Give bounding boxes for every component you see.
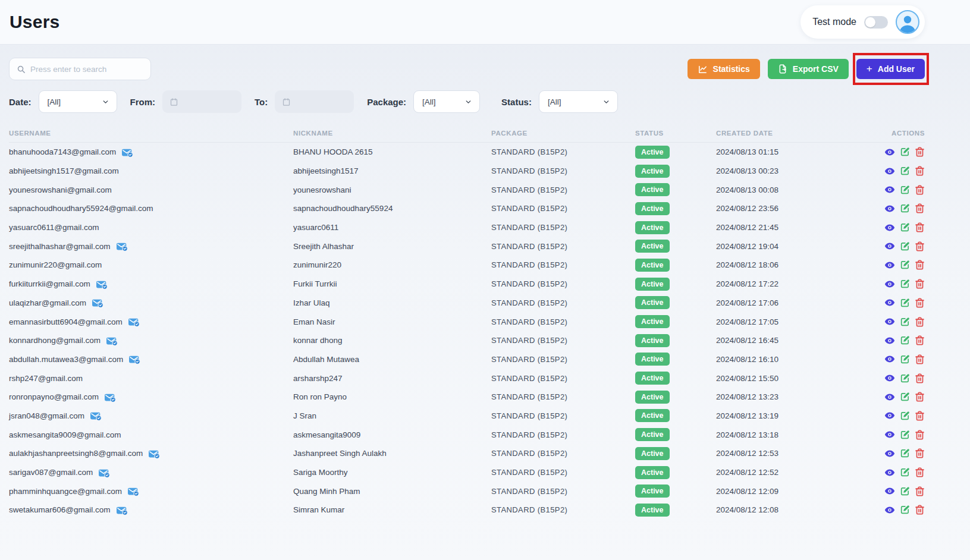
- status-badge: Active: [635, 334, 670, 347]
- delete-user-button[interactable]: [915, 486, 925, 496]
- view-user-button[interactable]: [884, 335, 895, 346]
- delete-user-button[interactable]: [915, 279, 925, 289]
- edit-user-button[interactable]: [900, 467, 910, 477]
- email-verified-icon: [92, 298, 103, 308]
- created-date-text: 2024/08/12 15:50: [716, 374, 856, 383]
- edit-user-button[interactable]: [900, 448, 910, 458]
- delete-user-button[interactable]: [915, 411, 925, 421]
- test-mode-toggle[interactable]: [864, 16, 888, 29]
- delete-user-button[interactable]: [915, 467, 925, 477]
- edit-user-button[interactable]: [900, 411, 910, 421]
- view-user-button[interactable]: [884, 147, 895, 158]
- table-row: abhijeetsingh1517@gmail.com abhijeetsing…: [9, 162, 925, 181]
- edit-user-button[interactable]: [900, 260, 910, 270]
- delete-user-button[interactable]: [915, 166, 925, 176]
- edit-user-button[interactable]: [900, 279, 910, 289]
- add-user-button[interactable]: + Add User: [856, 59, 925, 79]
- status-filter-select[interactable]: [All]: [539, 90, 618, 113]
- view-user-button[interactable]: [884, 429, 895, 440]
- username-text: younesrowshani@gmail.com: [9, 185, 112, 194]
- username-text: abdullah.mutawea3@gmail.com: [9, 355, 123, 364]
- delete-user-button[interactable]: [915, 505, 925, 515]
- created-date-text: 2024/08/13 00:23: [716, 166, 856, 175]
- delete-user-button[interactable]: [915, 354, 925, 364]
- table-row: ulaqizhar@gmail.com Izhar Ulaq STANDARD …: [9, 294, 925, 313]
- search-input[interactable]: [30, 65, 145, 74]
- status-badge: Active: [635, 447, 670, 460]
- view-user-button[interactable]: [884, 166, 895, 177]
- view-user-button[interactable]: [884, 184, 895, 195]
- view-user-button[interactable]: [884, 410, 895, 421]
- account-pill: Test mode: [801, 5, 925, 39]
- from-date-input[interactable]: [162, 90, 241, 113]
- delete-user-button[interactable]: [915, 260, 925, 270]
- edit-user-button[interactable]: [900, 430, 910, 440]
- view-user-button[interactable]: [884, 203, 895, 214]
- view-user-button[interactable]: [884, 354, 895, 364]
- nickname-text: konnar dhong: [293, 336, 491, 345]
- created-date-text: 2024/08/12 21:45: [716, 223, 856, 232]
- edit-user-button[interactable]: [900, 317, 910, 327]
- view-user-button[interactable]: [884, 448, 895, 459]
- edit-user-button[interactable]: [900, 486, 910, 496]
- username-text: sreejithalhashar@gmail.com: [9, 242, 111, 251]
- export-csv-button[interactable]: Export CSV: [768, 59, 849, 79]
- nickname-text: Ron ron Payno: [293, 392, 491, 401]
- date-filter-select[interactable]: [All]: [39, 90, 117, 113]
- view-user-button[interactable]: [884, 279, 895, 290]
- view-user-button[interactable]: [884, 222, 895, 233]
- view-user-button[interactable]: [884, 505, 895, 515]
- search-box[interactable]: [9, 58, 151, 80]
- edit-user-button[interactable]: [900, 166, 910, 176]
- edit-user-button[interactable]: [900, 373, 910, 383]
- package-filter-select[interactable]: [All]: [413, 90, 480, 113]
- edit-user-button[interactable]: [900, 222, 910, 232]
- email-verified-icon: [149, 449, 160, 459]
- delete-user-button[interactable]: [915, 298, 925, 308]
- delete-user-button[interactable]: [915, 317, 925, 327]
- avatar[interactable]: [896, 10, 919, 34]
- delete-user-button[interactable]: [915, 335, 925, 345]
- view-user-button[interactable]: [884, 373, 895, 383]
- status-badge: Active: [635, 146, 670, 159]
- table-header-row: USERNAME NICKNAME PACKAGE STATUS CREATED…: [9, 130, 925, 143]
- delete-user-button[interactable]: [915, 147, 925, 157]
- status-badge: Active: [635, 183, 670, 196]
- delete-user-button[interactable]: [915, 392, 925, 402]
- edit-user-button[interactable]: [900, 505, 910, 515]
- edit-user-button[interactable]: [900, 241, 910, 251]
- status-badge: Active: [635, 221, 670, 234]
- edit-user-button[interactable]: [900, 147, 910, 157]
- delete-user-button[interactable]: [915, 430, 925, 440]
- edit-user-button[interactable]: [900, 354, 910, 364]
- delete-user-button[interactable]: [915, 185, 925, 195]
- created-date-text: 2024/08/12 13:19: [716, 411, 856, 420]
- delete-user-button[interactable]: [915, 373, 925, 383]
- created-date-text: 2024/08/12 13:18: [716, 430, 856, 439]
- delete-user-button[interactable]: [915, 448, 925, 458]
- nickname-text: Quang Minh Pham: [293, 487, 491, 496]
- delete-user-button[interactable]: [915, 203, 925, 213]
- delete-user-button[interactable]: [915, 241, 925, 251]
- nickname-text: arsharshp247: [293, 374, 491, 383]
- view-user-button[interactable]: [884, 260, 895, 270]
- package-text: STANDARD (B15P2): [491, 223, 635, 232]
- view-user-button[interactable]: [884, 316, 895, 327]
- view-user-button[interactable]: [884, 486, 895, 496]
- view-user-button[interactable]: [884, 297, 895, 308]
- to-date-input[interactable]: [275, 90, 354, 113]
- edit-user-button[interactable]: [900, 185, 910, 195]
- delete-user-button[interactable]: [915, 222, 925, 232]
- created-date-text: 2024/08/12 17:06: [716, 298, 856, 307]
- package-text: STANDARD (B15P2): [491, 449, 635, 458]
- edit-user-button[interactable]: [900, 203, 910, 213]
- statistics-button[interactable]: Statistics: [688, 59, 760, 79]
- status-badge: Active: [635, 278, 670, 291]
- view-user-button[interactable]: [884, 392, 895, 402]
- view-user-button[interactable]: [884, 241, 895, 251]
- view-user-button[interactable]: [884, 467, 895, 478]
- edit-user-button[interactable]: [900, 298, 910, 308]
- status-badge: Active: [635, 202, 670, 215]
- edit-user-button[interactable]: [900, 392, 910, 402]
- edit-user-button[interactable]: [900, 335, 910, 345]
